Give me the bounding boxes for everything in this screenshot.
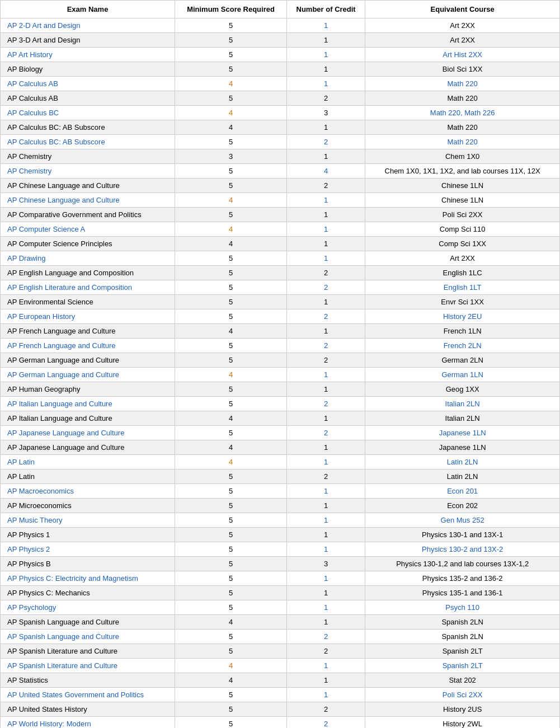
- exam-name: AP Spanish Literature and Culture: [1, 659, 175, 673]
- min-score: 5: [175, 630, 287, 644]
- equiv-course: Latin 2LN: [365, 469, 560, 484]
- min-score: 4: [175, 77, 287, 91]
- equiv-course: History 2EU: [365, 309, 560, 324]
- exam-name: AP Physics C: Electricity and Magnetism: [1, 571, 175, 586]
- min-score: 4: [175, 455, 287, 469]
- min-score: 5: [175, 397, 287, 411]
- table-row: AP English Literature and Composition 5 …: [1, 280, 560, 295]
- equiv-course: Math 220: [365, 77, 560, 91]
- exam-name: AP Physics 2: [1, 542, 175, 557]
- num-credits: 2: [286, 426, 365, 440]
- table-row: AP Psychology 5 1 Psych 110: [1, 600, 560, 615]
- equiv-course: Comp Sci 1XX: [365, 237, 560, 251]
- exam-name: AP Statistics: [1, 673, 175, 688]
- equiv-course: Comp Sci 110: [365, 222, 560, 237]
- table-row: AP Art History 5 1 Art Hist 2XX: [1, 48, 560, 62]
- equiv-course: German 1LN: [365, 368, 560, 382]
- min-score: 4: [175, 222, 287, 237]
- table-row: AP Computer Science Principles 4 1 Comp …: [1, 237, 560, 251]
- table-row: AP French Language and Culture 4 1 Frenc…: [1, 324, 560, 339]
- min-score: 4: [175, 193, 287, 208]
- min-score: 4: [175, 659, 287, 673]
- num-credits: 1: [286, 208, 365, 222]
- exam-name: AP Calculus BC: AB Subscore: [1, 135, 175, 149]
- equiv-course: Italian 2LN: [365, 411, 560, 426]
- num-credits: 1: [286, 499, 365, 513]
- equiv-course: Biol Sci 1XX: [365, 62, 560, 77]
- exam-name: AP German Language and Culture: [1, 368, 175, 382]
- exam-name: AP Calculus AB: [1, 77, 175, 91]
- min-score: 5: [175, 208, 287, 222]
- exam-name: AP English Language and Composition: [1, 266, 175, 280]
- num-credits: 1: [286, 484, 365, 499]
- table-row: AP Italian Language and Culture 4 1 Ital…: [1, 411, 560, 426]
- exam-name: AP Calculus BC: [1, 106, 175, 120]
- equiv-course: Chem 1X0, 1X1, 1X2, and lab courses 11X,…: [365, 164, 560, 179]
- num-credits: 1: [286, 18, 365, 33]
- num-credits: 2: [286, 717, 365, 729]
- equiv-course: Poli Sci 2XX: [365, 208, 560, 222]
- num-credits: 2: [286, 280, 365, 295]
- table-row: AP Physics C: Electricity and Magnetism …: [1, 571, 560, 586]
- equiv-course: Japanese 1LN: [365, 440, 560, 455]
- equiv-course: Chem 1X0: [365, 149, 560, 164]
- table-row: AP Physics C: Mechanics 5 1 Physics 135-…: [1, 586, 560, 600]
- num-credits: 2: [286, 266, 365, 280]
- equiv-course: Gen Mus 252: [365, 513, 560, 528]
- num-credits: 1: [286, 237, 365, 251]
- table-row: AP Drawing 5 1 Art 2XX: [1, 251, 560, 266]
- min-score: 5: [175, 702, 287, 717]
- min-score: 5: [175, 542, 287, 557]
- exam-name: AP Art History: [1, 48, 175, 62]
- exam-name: AP Japanese Language and Culture: [1, 426, 175, 440]
- min-score: 5: [175, 309, 287, 324]
- exam-name: AP Psychology: [1, 600, 175, 615]
- table-row: AP Macroeconomics 5 1 Econ 201: [1, 484, 560, 499]
- equiv-course: Physics 130-1,2 and lab courses 13X-1,2: [365, 557, 560, 571]
- table-row: AP Latin 4 1 Latin 2LN: [1, 455, 560, 469]
- equiv-course: Physics 135-1 and 136-1: [365, 586, 560, 600]
- min-score: 5: [175, 717, 287, 729]
- equiv-course: Math 220: [365, 91, 560, 106]
- num-credits: 1: [286, 295, 365, 309]
- num-credits: 1: [286, 33, 365, 48]
- table-row: AP United States Government and Politics…: [1, 688, 560, 702]
- equiv-course: Art 2XX: [365, 18, 560, 33]
- num-credits: 2: [286, 630, 365, 644]
- num-credits: 1: [286, 193, 365, 208]
- min-score: 5: [175, 164, 287, 179]
- min-score: 5: [175, 295, 287, 309]
- equiv-course: Math 220: [365, 120, 560, 135]
- min-score: 4: [175, 368, 287, 382]
- table-row: AP Calculus BC: AB Subscore 5 2 Math 220: [1, 135, 560, 149]
- table-row: AP Physics B 5 3 Physics 130-1,2 and lab…: [1, 557, 560, 571]
- min-score: 5: [175, 266, 287, 280]
- table-row: AP Chemistry 3 1 Chem 1X0: [1, 149, 560, 164]
- equiv-course: English 1LC: [365, 266, 560, 280]
- min-score: 5: [175, 62, 287, 77]
- table-row: AP Microeconomics 5 1 Econ 202: [1, 499, 560, 513]
- min-score: 5: [175, 469, 287, 484]
- min-score: 5: [175, 339, 287, 353]
- min-score: 4: [175, 411, 287, 426]
- equiv-course: Math 220: [365, 135, 560, 149]
- min-score: 5: [175, 571, 287, 586]
- equiv-course: Art 2XX: [365, 251, 560, 266]
- table-row: AP Calculus BC 4 3 Math 220, Math 226: [1, 106, 560, 120]
- table-row: AP Biology 5 1 Biol Sci 1XX: [1, 62, 560, 77]
- num-credits: 3: [286, 106, 365, 120]
- num-credits: 1: [286, 368, 365, 382]
- equiv-course: Geog 1XX: [365, 382, 560, 397]
- exam-name: AP German Language and Culture: [1, 353, 175, 368]
- num-credits: 1: [286, 48, 365, 62]
- exam-name: AP United States History: [1, 702, 175, 717]
- table-row: AP Physics 2 5 1 Physics 130-2 and 13X-2: [1, 542, 560, 557]
- exam-name: AP Spanish Literature and Culture: [1, 644, 175, 659]
- min-score: 4: [175, 615, 287, 630]
- equiv-course: English 1LT: [365, 280, 560, 295]
- equiv-course: Physics 135-2 and 136-2: [365, 571, 560, 586]
- equiv-course: Italian 2LN: [365, 397, 560, 411]
- exam-name: AP Human Geography: [1, 382, 175, 397]
- num-credits: 1: [286, 324, 365, 339]
- table-row: AP Japanese Language and Culture 5 2 Jap…: [1, 426, 560, 440]
